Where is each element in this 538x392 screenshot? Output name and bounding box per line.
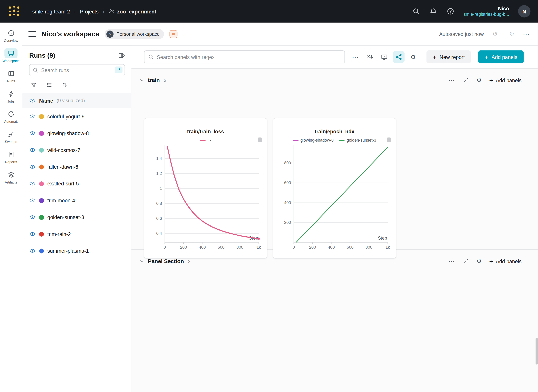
sidebar-item-automations[interactable]: Automat. [1, 109, 21, 123]
svg-text:200: 200 [284, 220, 291, 225]
run-color-dot [39, 164, 44, 169]
eye-icon[interactable] [29, 130, 36, 136]
overflow-menu-icon[interactable]: ⋯ [523, 30, 530, 38]
panel-epoch-ndx[interactable]: train/epoch_ndx glowing-shadow-8golden-s… [273, 118, 396, 259]
export-data-icon[interactable] [364, 51, 376, 63]
runs-count-title: Runs (9) [29, 52, 55, 59]
panel-search-input[interactable] [144, 50, 345, 63]
panel-options-icon[interactable] [258, 138, 262, 142]
svg-text:400: 400 [199, 245, 206, 250]
regex-toggle[interactable]: .* [115, 66, 123, 73]
undo-icon[interactable]: ↺ [490, 29, 500, 39]
settings-gear-icon[interactable]: ⚙ [477, 258, 482, 264]
redo-icon[interactable]: ↻ [506, 29, 517, 39]
chart-title: train/epoch_ndx [273, 129, 396, 134]
svg-text:800: 800 [284, 161, 291, 165]
run-row[interactable]: summer-plasma-1 [22, 243, 131, 259]
run-color-dot [39, 148, 44, 152]
panel-train-loss[interactable]: train/train_loss : - 0.40.60.811.21.4020… [144, 118, 267, 259]
notifications-bell-icon[interactable] [429, 7, 437, 15]
breadcrumb-projects[interactable]: Projects [80, 9, 99, 14]
sidebar-item-reports[interactable]: Reports [1, 149, 21, 164]
runs-search-input[interactable] [29, 64, 125, 76]
slideshow-icon[interactable] [378, 51, 390, 63]
section-add-panels-button[interactable]: + Add panels [489, 77, 521, 84]
run-row[interactable]: wild-cosmos-7 [22, 142, 131, 158]
svg-text:600: 600 [347, 245, 354, 250]
settings-gear-icon[interactable]: ⚙ [407, 51, 419, 63]
autosave-status: Autosaved just now [439, 31, 484, 37]
sidebar-item-overview[interactable]: Overview [1, 28, 21, 42]
expand-runs-table-icon[interactable] [118, 52, 125, 59]
section-train-header: train 2 ⋯ ⚙ + Add panels [139, 74, 522, 86]
run-row[interactable]: golden-sunset-3 [22, 209, 131, 226]
sparkle-wand-icon[interactable] [463, 258, 469, 264]
run-row[interactable]: trim-moon-4 [22, 192, 131, 209]
user-block[interactable]: Nico smle-registries-bug-b... [464, 5, 509, 17]
overflow-menu-icon[interactable]: ⋯ [448, 76, 455, 84]
eye-icon[interactable] [29, 147, 36, 153]
run-row[interactable]: trim-rain-2 [22, 226, 131, 242]
section-add-panels-button[interactable]: + Add panels [489, 258, 521, 265]
filter-icon[interactable] [31, 82, 37, 88]
runs-table-icon [5, 69, 18, 78]
svg-text:200: 200 [309, 245, 316, 250]
train-loss-plot[interactable]: 0.40.60.811.21.402004006008001kStep [147, 142, 264, 258]
svg-text:600: 600 [218, 245, 225, 250]
menu-icon[interactable] [28, 31, 36, 37]
scatter-network-icon[interactable] [393, 51, 405, 63]
new-report-button[interactable]: + New report [426, 50, 471, 63]
eye-icon[interactable] [29, 113, 36, 120]
svg-text:600: 600 [284, 180, 291, 185]
svg-text:0.4: 0.4 [156, 231, 162, 236]
run-name: wild-cosmos-7 [47, 147, 80, 153]
runs-panel: Runs (9) .* N [22, 46, 131, 392]
svg-text:0: 0 [164, 245, 166, 250]
overflow-menu-icon[interactable]: ⋯ [349, 51, 361, 63]
run-row[interactable]: fallen-dawn-6 [22, 158, 131, 175]
section-title[interactable]: Panel Section [148, 258, 184, 264]
sparkle-wand-icon[interactable] [463, 77, 469, 83]
section-panel-count: 2 [164, 78, 166, 83]
wandb-logo[interactable] [8, 5, 21, 18]
personal-workspace-badge[interactable]: N Personal workspace [105, 29, 164, 39]
sidebar-item-sweeps[interactable]: Sweeps [1, 129, 21, 144]
sidebar-item-artifacts[interactable]: Artifacts [1, 170, 21, 184]
epoch-ndx-plot[interactable]: 20040060080002004006008001kStep [277, 142, 393, 258]
eye-icon[interactable] [29, 214, 36, 220]
run-row[interactable]: exalted-surf-5 [22, 175, 131, 192]
workspace-owner-initial: N [106, 30, 113, 37]
sidebar-item-workspace[interactable]: Workspace [1, 48, 21, 63]
chevron-down-icon[interactable] [139, 77, 145, 83]
run-row[interactable]: glowing-shadow-8 [22, 125, 131, 142]
section-title[interactable]: train [148, 77, 160, 83]
section-panel-section: Panel Section 2 ⋯ ⚙ + Add panels Paramet… [131, 250, 538, 392]
sidebar-item-runs[interactable]: Runs [1, 69, 21, 83]
breadcrumb: smle-reg-team-2 › Projects › zoo_experim… [32, 8, 156, 14]
run-row[interactable]: colorful-yogurt-9 [22, 108, 131, 125]
avatar[interactable]: N [518, 5, 530, 18]
page-scrollbar[interactable] [536, 338, 538, 364]
name-column-header[interactable]: Name [39, 98, 53, 103]
search-icon[interactable] [412, 7, 420, 15]
settings-gear-icon[interactable]: ⚙ [477, 77, 482, 83]
panel-options-icon[interactable] [387, 138, 391, 142]
breadcrumb-team[interactable]: smle-reg-team-2 [32, 9, 70, 14]
eye-icon[interactable] [29, 197, 36, 204]
run-color-dot [39, 215, 44, 220]
sort-icon[interactable] [61, 82, 68, 88]
group-list-icon[interactable] [46, 82, 52, 88]
eye-icon[interactable] [29, 97, 36, 104]
add-panels-button[interactable]: + Add panels [478, 50, 523, 63]
assistant-icon[interactable] [170, 30, 178, 38]
eye-icon[interactable] [29, 231, 36, 237]
wandb-workspace-app: smle-reg-team-2 › Projects › zoo_experim… [0, 0, 538, 392]
eye-icon[interactable] [29, 180, 36, 187]
eye-icon[interactable] [29, 163, 36, 170]
help-icon[interactable] [447, 7, 455, 15]
chevron-down-icon[interactable] [139, 258, 145, 264]
overflow-menu-icon[interactable]: ⋯ [448, 257, 455, 265]
eye-icon[interactable] [29, 247, 36, 254]
breadcrumb-project[interactable]: zoo_experiment [109, 8, 156, 14]
sidebar-item-jobs[interactable]: Jobs [1, 89, 21, 103]
